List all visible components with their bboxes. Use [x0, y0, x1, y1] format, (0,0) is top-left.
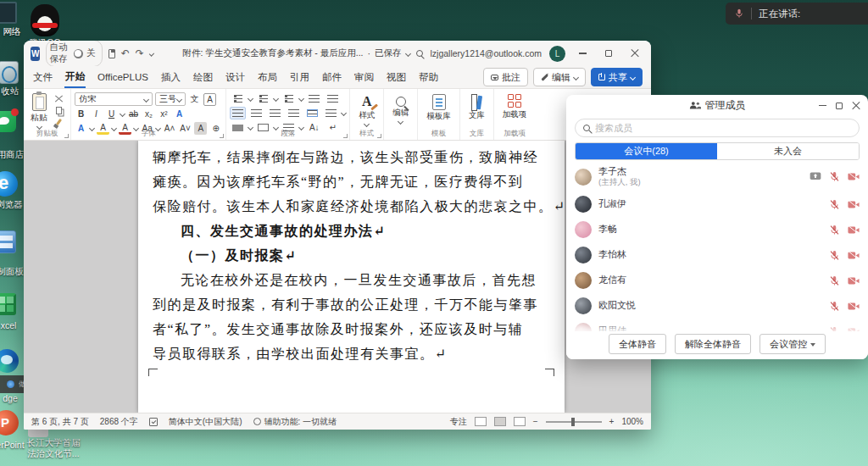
- member-list[interactable]: 李子杰(主持人, 我) 孔淑伊 李畅 李怡林: [566, 160, 868, 331]
- tab-review[interactable]: 审阅: [353, 68, 375, 87]
- web-layout-icon[interactable]: [514, 417, 526, 426]
- tab-draw[interactable]: 绘图: [192, 68, 214, 87]
- panel-maximize-button[interactable]: [831, 97, 848, 114]
- align-right-button[interactable]: [267, 107, 283, 119]
- camera-off-icon[interactable]: [848, 251, 860, 260]
- tab-view[interactable]: 视图: [386, 68, 407, 87]
- decrease-indent-button[interactable]: [306, 92, 322, 105]
- close-button[interactable]: [626, 45, 644, 62]
- unmute-all-button[interactable]: 解除全体静音: [675, 334, 751, 354]
- template-library-button[interactable]: 模板库: [421, 92, 456, 121]
- addins-button[interactable]: 加载项: [498, 92, 532, 119]
- saved-status[interactable]: 已保存: [375, 47, 402, 59]
- font-size-select[interactable]: 三号: [155, 92, 186, 106]
- meeting-speaking-bar[interactable]: 正在讲话:: [726, 3, 868, 25]
- line-spacing-button[interactable]: [323, 107, 339, 119]
- control-panel-icon[interactable]: [0, 230, 16, 253]
- save-icon[interactable]: [108, 49, 115, 58]
- mic-muted-icon[interactable]: [829, 301, 840, 312]
- meeting-controls-button[interactable]: 会议管控: [760, 334, 826, 354]
- account-avatar[interactable]: L: [549, 46, 565, 62]
- editing-button[interactable]: 编辑: [387, 92, 414, 124]
- dialog-launcher-icon[interactable]: [64, 134, 69, 138]
- customize-toolbar-icon[interactable]: [149, 51, 154, 56]
- member-search-box[interactable]: [575, 119, 860, 137]
- focus-mode-button[interactable]: 专注: [450, 416, 467, 428]
- screen-share-icon[interactable]: [810, 172, 821, 181]
- tab-references[interactable]: 引用: [289, 68, 310, 87]
- align-center-button[interactable]: [248, 107, 264, 119]
- member-row[interactable]: 李子杰(主持人, 我): [575, 162, 860, 191]
- tab-home[interactable]: 开始: [64, 67, 86, 88]
- bullets-button[interactable]: [230, 92, 246, 105]
- edge-icon[interactable]: [0, 349, 19, 373]
- tab-officeplus[interactable]: OfficePLUS: [97, 69, 149, 86]
- document-canvas[interactable]: 辆摩托车，结果摔倒在与路边，该生头部受重伤，致脑神经 瘫痪。因为该摩托车系“野的…: [24, 141, 651, 413]
- member-row[interactable]: 田思佳: [575, 319, 860, 331]
- account-email[interactable]: lzjgallery1214@outlook.com: [431, 48, 542, 58]
- justify-button[interactable]: [286, 107, 302, 119]
- tab-insert[interactable]: 插入: [160, 68, 181, 87]
- excel-icon[interactable]: [0, 293, 16, 315]
- library-button[interactable]: 文库: [464, 92, 490, 120]
- member-row[interactable]: 欧阳文悦: [575, 293, 860, 319]
- cut-button[interactable]: [53, 93, 65, 103]
- mute-all-button[interactable]: 全体静音: [609, 334, 666, 354]
- spellcheck-icon[interactable]: [149, 418, 158, 426]
- member-search-input[interactable]: [595, 123, 851, 133]
- subscript-button[interactable]: x₂: [142, 108, 155, 120]
- maximize-button[interactable]: [599, 45, 618, 62]
- copy-button[interactable]: [53, 105, 65, 115]
- network-icon[interactable]: [0, 2, 17, 24]
- app-store-icon[interactable]: [0, 111, 16, 132]
- member-row[interactable]: 孔淑伊: [575, 191, 860, 217]
- redo-icon[interactable]: ↷: [136, 47, 144, 59]
- mic-muted-icon[interactable]: [829, 250, 840, 261]
- camera-off-icon[interactable]: [848, 200, 860, 209]
- comments-button[interactable]: 批注: [483, 68, 528, 86]
- document-page[interactable]: 辆摩托车，结果摔倒在与路边，该生头部受重伤，致脑神经 瘫痪。因为该摩托车系“野的…: [138, 141, 565, 413]
- paste-button[interactable]: 粘贴: [27, 92, 51, 130]
- underline-button[interactable]: U: [105, 108, 118, 120]
- zoom-slider-thumb[interactable]: [571, 418, 575, 426]
- mic-muted-icon[interactable]: [829, 275, 840, 286]
- zoom-in-button[interactable]: +: [609, 417, 615, 426]
- powerpoint-icon[interactable]: [0, 410, 19, 435]
- mic-muted-icon[interactable]: [829, 171, 840, 182]
- word-count[interactable]: 2868 个字: [100, 416, 138, 428]
- styles-button[interactable]: A 样式: [353, 92, 380, 126]
- format-painter-button[interactable]: [53, 117, 65, 127]
- page-indicator[interactable]: 第 6 页, 共 7 页: [31, 416, 89, 428]
- distribute-button[interactable]: [304, 107, 320, 119]
- member-row[interactable]: 李怡林: [575, 242, 860, 268]
- edit-mode-button[interactable]: 编辑: [533, 68, 586, 86]
- mic-muted-icon[interactable]: [829, 199, 840, 210]
- font-name-select[interactable]: 仿宋: [75, 92, 153, 106]
- zoom-out-button[interactable]: −: [533, 417, 538, 426]
- undo-icon[interactable]: ↶: [121, 47, 130, 59]
- accessibility-status[interactable]: 辅助功能: 一切就绪: [253, 416, 337, 428]
- zoom-level[interactable]: 100%: [621, 417, 643, 426]
- camera-off-icon[interactable]: [848, 302, 860, 311]
- tab-mailings[interactable]: 邮件: [321, 68, 342, 87]
- tab-not-joined[interactable]: 未入会: [717, 143, 859, 159]
- character-border-button[interactable]: A: [203, 93, 216, 106]
- tab-help[interactable]: 帮助: [418, 68, 439, 87]
- text-effects-button[interactable]: A: [173, 108, 186, 120]
- increase-indent-button[interactable]: [325, 92, 341, 105]
- mic-muted-icon[interactable]: [829, 225, 840, 236]
- tab-in-meeting[interactable]: 会议中(28): [576, 143, 717, 159]
- autosave-toggle[interactable]: 自动保存 关: [46, 41, 102, 67]
- dialog-launcher-icon[interactable]: [220, 134, 224, 138]
- strikethrough-button[interactable]: ab: [127, 108, 140, 120]
- zoom-slider[interactable]: [546, 421, 602, 423]
- tab-design[interactable]: 设计: [225, 68, 246, 87]
- camera-off-icon[interactable]: [848, 225, 860, 235]
- camera-off-icon[interactable]: [848, 172, 860, 181]
- multilevel-list-button[interactable]: [281, 92, 297, 105]
- panel-minimize-button[interactable]: [814, 97, 831, 114]
- browser-icon[interactable]: [0, 171, 18, 197]
- recycle-bin-icon[interactable]: [0, 61, 19, 84]
- superscript-button[interactable]: x²: [158, 108, 170, 120]
- search-icon[interactable]: [416, 50, 423, 57]
